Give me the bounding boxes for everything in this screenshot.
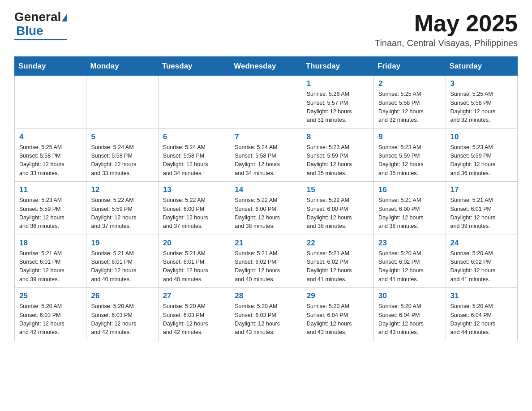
day-info: Sunrise: 5:21 AMSunset: 6:02 PMDaylight:…: [235, 249, 297, 284]
day-number: 27: [163, 291, 225, 300]
day-info: Sunrise: 5:21 AMSunset: 6:01 PMDaylight:…: [91, 249, 153, 284]
day-info: Sunrise: 5:21 AMSunset: 6:00 PMDaylight:…: [378, 196, 441, 231]
day-number: 19: [91, 239, 153, 248]
calendar-cell: 7Sunrise: 5:24 AMSunset: 5:58 PMDaylight…: [230, 128, 302, 182]
day-number: 7: [235, 133, 297, 141]
day-info: Sunrise: 5:20 AMSunset: 6:03 PMDaylight:…: [19, 302, 82, 337]
weekday-header-row: SundayMondayTuesdayWednesdayThursdayFrid…: [15, 57, 518, 76]
calendar-week-row: 1Sunrise: 5:26 AMSunset: 5:57 PMDaylight…: [15, 76, 518, 129]
calendar-cell: 21Sunrise: 5:21 AMSunset: 6:02 PMDayligh…: [230, 235, 302, 288]
day-info: Sunrise: 5:26 AMSunset: 5:57 PMDaylight:…: [307, 90, 369, 125]
day-info: Sunrise: 5:24 AMSunset: 5:58 PMDaylight:…: [91, 143, 153, 178]
calendar-cell: 15Sunrise: 5:22 AMSunset: 6:00 PMDayligh…: [302, 182, 373, 235]
day-info: Sunrise: 5:20 AMSunset: 6:03 PMDaylight:…: [163, 302, 225, 337]
calendar-week-row: 25Sunrise: 5:20 AMSunset: 6:03 PMDayligh…: [15, 288, 518, 341]
day-info: Sunrise: 5:20 AMSunset: 6:02 PMDaylight:…: [450, 249, 513, 284]
day-info: Sunrise: 5:25 AMSunset: 5:58 PMDaylight:…: [19, 143, 82, 178]
day-number: 2: [378, 79, 441, 88]
calendar-cell: 9Sunrise: 5:23 AMSunset: 5:59 PMDaylight…: [374, 128, 446, 182]
day-number: 26: [91, 291, 153, 300]
day-number: 21: [235, 239, 297, 248]
calendar-cell: 5Sunrise: 5:24 AMSunset: 5:58 PMDaylight…: [86, 128, 158, 182]
day-number: 1: [307, 79, 369, 88]
calendar-cell: [86, 76, 158, 129]
day-number: 18: [19, 239, 82, 248]
day-info: Sunrise: 5:23 AMSunset: 5:59 PMDaylight:…: [450, 143, 513, 178]
day-number: 15: [307, 185, 369, 194]
day-info: Sunrise: 5:25 AMSunset: 5:58 PMDaylight:…: [450, 90, 513, 125]
day-info: Sunrise: 5:23 AMSunset: 5:59 PMDaylight:…: [307, 143, 369, 178]
day-number: 6: [163, 133, 225, 141]
weekday-header-thursday: Thursday: [302, 57, 373, 76]
day-number: 22: [307, 239, 369, 248]
day-number: 28: [235, 291, 297, 300]
day-info: Sunrise: 5:24 AMSunset: 5:58 PMDaylight:…: [235, 143, 297, 178]
logo-general-text: General: [14, 11, 61, 23]
calendar-cell: 19Sunrise: 5:21 AMSunset: 6:01 PMDayligh…: [86, 235, 158, 288]
weekday-header-monday: Monday: [86, 57, 158, 76]
day-number: 12: [91, 185, 153, 194]
month-title: May 2025: [375, 11, 518, 36]
day-number: 16: [378, 185, 441, 194]
day-info: Sunrise: 5:22 AMSunset: 6:00 PMDaylight:…: [307, 196, 369, 231]
calendar-cell: 18Sunrise: 5:21 AMSunset: 6:01 PMDayligh…: [15, 235, 86, 288]
calendar-cell: 4Sunrise: 5:25 AMSunset: 5:58 PMDaylight…: [15, 128, 86, 182]
calendar-cell: 2Sunrise: 5:25 AMSunset: 5:58 PMDaylight…: [374, 76, 446, 129]
calendar-cell: 27Sunrise: 5:20 AMSunset: 6:03 PMDayligh…: [158, 288, 230, 341]
calendar-week-row: 4Sunrise: 5:25 AMSunset: 5:58 PMDaylight…: [15, 128, 518, 182]
calendar-cell: 6Sunrise: 5:24 AMSunset: 5:58 PMDaylight…: [158, 128, 230, 182]
day-info: Sunrise: 5:24 AMSunset: 5:58 PMDaylight:…: [163, 143, 225, 178]
calendar-cell: 8Sunrise: 5:23 AMSunset: 5:59 PMDaylight…: [302, 128, 373, 182]
calendar-cell: 30Sunrise: 5:20 AMSunset: 6:04 PMDayligh…: [374, 288, 446, 341]
title-block: May 2025 Tinaan, Central Visayas, Philip…: [375, 11, 518, 48]
calendar-cell: 28Sunrise: 5:20 AMSunset: 6:03 PMDayligh…: [230, 288, 302, 341]
day-number: 11: [19, 185, 82, 194]
day-info: Sunrise: 5:21 AMSunset: 6:01 PMDaylight:…: [19, 249, 82, 284]
calendar-cell: 31Sunrise: 5:20 AMSunset: 6:04 PMDayligh…: [446, 288, 517, 341]
calendar-cell: 1Sunrise: 5:26 AMSunset: 5:57 PMDaylight…: [302, 76, 373, 129]
day-number: 3: [450, 79, 513, 88]
day-number: 31: [450, 291, 513, 300]
logo: General Blue: [14, 11, 67, 40]
day-number: 29: [307, 291, 369, 300]
day-number: 10: [450, 133, 513, 141]
calendar-week-row: 11Sunrise: 5:23 AMSunset: 5:59 PMDayligh…: [15, 182, 518, 235]
weekday-header-sunday: Sunday: [15, 57, 86, 76]
day-info: Sunrise: 5:20 AMSunset: 6:04 PMDaylight:…: [450, 302, 513, 337]
calendar-cell: 10Sunrise: 5:23 AMSunset: 5:59 PMDayligh…: [446, 128, 517, 182]
calendar-cell: 13Sunrise: 5:22 AMSunset: 6:00 PMDayligh…: [158, 182, 230, 235]
calendar-cell: 23Sunrise: 5:20 AMSunset: 6:02 PMDayligh…: [374, 235, 446, 288]
day-info: Sunrise: 5:22 AMSunset: 6:00 PMDaylight:…: [235, 196, 297, 231]
calendar-cell: [158, 76, 230, 129]
weekday-header-friday: Friday: [374, 57, 446, 76]
calendar-cell: 16Sunrise: 5:21 AMSunset: 6:00 PMDayligh…: [374, 182, 446, 235]
weekday-header-wednesday: Wednesday: [230, 57, 302, 76]
calendar-week-row: 18Sunrise: 5:21 AMSunset: 6:01 PMDayligh…: [15, 235, 518, 288]
calendar-cell: 25Sunrise: 5:20 AMSunset: 6:03 PMDayligh…: [15, 288, 86, 341]
day-info: Sunrise: 5:25 AMSunset: 5:58 PMDaylight:…: [378, 90, 441, 125]
day-number: 25: [19, 291, 82, 300]
day-number: 17: [450, 185, 513, 194]
calendar-table: SundayMondayTuesdayWednesdayThursdayFrid…: [14, 56, 518, 341]
day-info: Sunrise: 5:21 AMSunset: 6:01 PMDaylight:…: [163, 249, 225, 284]
calendar-cell: 12Sunrise: 5:22 AMSunset: 5:59 PMDayligh…: [86, 182, 158, 235]
day-info: Sunrise: 5:20 AMSunset: 6:03 PMDaylight:…: [235, 302, 297, 337]
day-info: Sunrise: 5:23 AMSunset: 5:59 PMDaylight:…: [19, 196, 82, 231]
day-info: Sunrise: 5:22 AMSunset: 5:59 PMDaylight:…: [91, 196, 153, 231]
day-info: Sunrise: 5:21 AMSunset: 6:02 PMDaylight:…: [307, 249, 369, 284]
day-number: 14: [235, 185, 297, 194]
day-number: 9: [378, 133, 441, 141]
day-number: 30: [378, 291, 441, 300]
calendar-cell: 24Sunrise: 5:20 AMSunset: 6:02 PMDayligh…: [446, 235, 517, 288]
day-number: 5: [91, 133, 153, 141]
day-number: 24: [450, 239, 513, 248]
calendar-cell: [230, 76, 302, 129]
day-number: 8: [307, 133, 369, 141]
calendar-cell: 14Sunrise: 5:22 AMSunset: 6:00 PMDayligh…: [230, 182, 302, 235]
calendar-cell: 3Sunrise: 5:25 AMSunset: 5:58 PMDaylight…: [446, 76, 517, 129]
day-info: Sunrise: 5:23 AMSunset: 5:59 PMDaylight:…: [378, 143, 441, 178]
calendar-cell: 11Sunrise: 5:23 AMSunset: 5:59 PMDayligh…: [15, 182, 86, 235]
day-info: Sunrise: 5:20 AMSunset: 6:02 PMDaylight:…: [378, 249, 441, 284]
calendar-cell: [15, 76, 86, 129]
logo-underline: [14, 39, 67, 40]
